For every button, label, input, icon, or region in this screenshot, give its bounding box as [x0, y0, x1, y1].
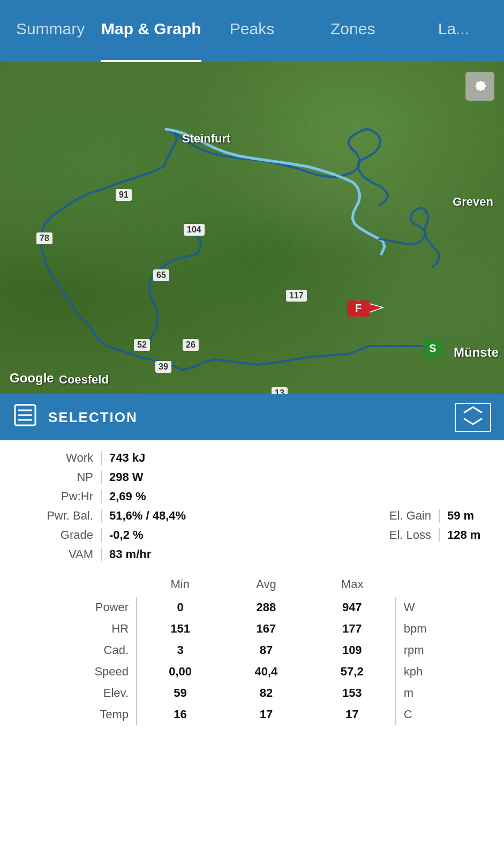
row-min-elev: 59	[137, 682, 223, 704]
tab-peaks[interactable]: Peaks	[201, 0, 302, 62]
svg-text:F: F	[355, 302, 362, 314]
row-unit-temp: C	[396, 704, 488, 725]
settings-button[interactable]	[465, 72, 494, 101]
kv-row-pwhr: Pw:Hr 2,69 %	[16, 490, 488, 503]
selection-bar[interactable]: SELECTION	[0, 394, 504, 440]
row-max-temp: 17	[309, 704, 396, 725]
row-min-power: 0	[137, 597, 223, 618]
value-elgain: 59 m	[440, 509, 488, 523]
th-empty	[16, 574, 137, 597]
table-row: Speed 0,00 40,4 57,2 kph	[16, 661, 488, 682]
nav-tabs: Summary Map & Graph Peaks Zones La...	[0, 0, 504, 62]
label-grade: Grade	[16, 528, 102, 542]
row-min-temp: 16	[137, 704, 223, 725]
row-max-cad: 109	[309, 640, 396, 661]
row-min-speed: 0,00	[137, 661, 223, 682]
row-unit-power: W	[396, 597, 488, 618]
value-work: 743 kJ	[102, 451, 488, 465]
table-row: Cad. 3 87 109 rpm	[16, 640, 488, 661]
row-label-hr: HR	[16, 618, 137, 640]
row-max-elev: 153	[309, 682, 396, 704]
row-label-power: Power	[16, 597, 137, 618]
row-unit-speed: kph	[396, 661, 488, 682]
row-avg-power: 288	[223, 597, 309, 618]
label-pwhr: Pw:Hr	[16, 490, 102, 503]
tab-summary[interactable]: Summary	[0, 0, 101, 62]
stats-table: Min Avg Max Power 0 288 947 W HR 151 167…	[16, 574, 488, 725]
value-np: 298 W	[102, 470, 488, 484]
value-pwhr: 2,69 %	[102, 490, 488, 503]
row-avg-elev: 82	[223, 682, 309, 704]
kv-table: Work 743 kJ NP 298 W Pw:Hr 2,69 % Pwr. B…	[16, 451, 488, 561]
row-avg-hr: 167	[223, 618, 309, 640]
row-label-speed: Speed	[16, 661, 137, 682]
row-max-speed: 57,2	[309, 661, 396, 682]
row-label-cad: Cad.	[16, 640, 137, 661]
th-avg: Avg	[223, 574, 309, 597]
kv-row-pwrbal: Pwr. Bal. 51,6% / 48,4% El. Gain 59 m	[16, 509, 488, 523]
kv-row-work: Work 743 kJ	[16, 451, 488, 465]
tab-la[interactable]: La...	[403, 0, 504, 62]
selection-icon	[13, 403, 37, 432]
route-svg: F S	[0, 62, 504, 394]
kv-row-np: NP 298 W	[16, 470, 488, 484]
row-max-hr: 177	[309, 618, 396, 640]
right-group-elgain: El. Gain 59 m	[299, 509, 488, 523]
row-unit-cad: rpm	[396, 640, 488, 661]
tab-zones[interactable]: Zones	[303, 0, 403, 62]
value-pwrbal: 51,6% / 48,4%	[102, 509, 299, 523]
th-max: Max	[309, 574, 396, 597]
value-vam: 83 m/hr	[102, 547, 488, 561]
label-pwrbal: Pwr. Bal.	[16, 509, 102, 523]
row-avg-cad: 87	[223, 640, 309, 661]
row-label-elev: Elev.	[16, 682, 137, 704]
row-label-temp: Temp	[16, 704, 137, 725]
label-work: Work	[16, 451, 102, 465]
table-row: Power 0 288 947 W	[16, 597, 488, 618]
svg-text:S: S	[429, 342, 436, 354]
label-elgain: El. Gain	[389, 509, 440, 523]
tab-map-graph[interactable]: Map & Graph	[101, 0, 201, 62]
table-row: Elev. 59 82 153 m	[16, 682, 488, 704]
value-grade: -0,2 %	[102, 528, 299, 542]
row-avg-temp: 17	[223, 704, 309, 725]
row-min-cad: 3	[137, 640, 223, 661]
google-logo: Google	[10, 371, 54, 386]
selection-label: SELECTION	[48, 409, 455, 426]
label-np: NP	[16, 470, 102, 484]
row-unit-hr: bpm	[396, 618, 488, 640]
row-unit-elev: m	[396, 682, 488, 704]
kv-row-grade: Grade -0,2 % El. Loss 128 m	[16, 528, 488, 542]
th-min: Min	[137, 574, 223, 597]
row-min-hr: 151	[137, 618, 223, 640]
row-avg-speed: 40,4	[223, 661, 309, 682]
label-elloss: El. Loss	[389, 528, 440, 542]
stats-section: Work 743 kJ NP 298 W Pw:Hr 2,69 % Pwr. B…	[0, 440, 504, 741]
row-max-power: 947	[309, 597, 396, 618]
kv-row-vam: VAM 83 m/hr	[16, 547, 488, 561]
stats-header-row: Min Avg Max	[16, 574, 488, 597]
value-elloss: 128 m	[440, 528, 488, 542]
label-vam: VAM	[16, 547, 102, 561]
right-group-elloss: El. Loss 128 m	[299, 528, 488, 542]
expand-collapse-button[interactable]	[455, 403, 491, 432]
table-row: Temp 16 17 17 C	[16, 704, 488, 725]
th-unit	[396, 574, 488, 597]
map-container: F S Steinfurt Greven Coesfeld Münste 91 …	[0, 62, 504, 394]
table-row: HR 151 167 177 bpm	[16, 618, 488, 640]
